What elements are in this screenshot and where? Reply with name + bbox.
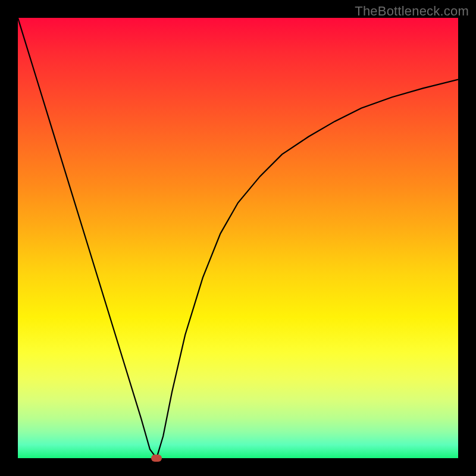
bottleneck-curve xyxy=(18,18,458,458)
plot-area xyxy=(18,18,458,458)
watermark-text: TheBottleneck.com xyxy=(355,4,469,19)
minimum-marker xyxy=(151,455,162,462)
curve-svg xyxy=(18,18,458,458)
chart-frame: TheBottleneck.com xyxy=(0,0,476,476)
